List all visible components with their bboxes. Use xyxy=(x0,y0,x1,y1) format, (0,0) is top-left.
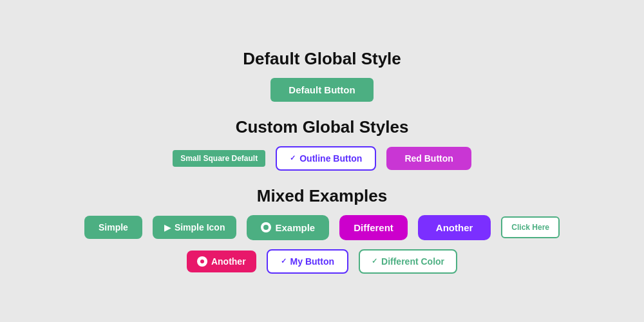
chevron-my-icon: ✓ xyxy=(281,257,287,265)
chevron-icon: ✓ xyxy=(290,154,296,162)
my-button[interactable]: ✓ My Button xyxy=(267,249,348,274)
circle-inner xyxy=(263,225,269,230)
mixed-row-2: Another ✓ My Button ✓ Different Color xyxy=(187,249,457,274)
chevron-diff-icon: ✓ xyxy=(372,257,377,265)
circle-icon xyxy=(261,222,271,232)
another-pink-button[interactable]: Another xyxy=(187,251,256,272)
simple-icon-label: Simple Icon xyxy=(175,222,225,232)
small-square-default-button[interactable]: Small Square Default xyxy=(173,150,265,167)
different-button[interactable]: Different xyxy=(339,215,408,240)
another-pink-label: Another xyxy=(211,256,246,267)
example-label: Example xyxy=(275,222,315,233)
outline-button-label: Outline Button xyxy=(299,153,362,164)
red-button[interactable]: Red Button xyxy=(386,147,471,170)
different-color-button[interactable]: ✓ Different Color xyxy=(359,249,457,274)
simple-icon-button[interactable]: ▶ Simple Icon xyxy=(153,216,237,239)
example-button[interactable]: Example xyxy=(247,215,329,240)
mixed-row-1: Simple ▶ Simple Icon Example Different A… xyxy=(84,215,560,240)
click-here-button[interactable]: Click Here xyxy=(501,216,560,238)
different-color-label: Different Color xyxy=(381,256,444,267)
circle-pink-inner xyxy=(199,258,205,265)
default-button[interactable]: Default Button xyxy=(270,78,373,102)
page-content: Default Global Style Default Button Cust… xyxy=(0,49,644,274)
custom-global-title: Custom Global Styles xyxy=(236,117,409,137)
simple-button[interactable]: Simple xyxy=(84,216,142,239)
outline-button[interactable]: ✓ Outline Button xyxy=(276,146,376,171)
another-button[interactable]: Another xyxy=(418,215,491,240)
custom-global-section: Custom Global Styles Small Square Defaul… xyxy=(173,117,471,171)
default-global-section: Default Global Style Default Button xyxy=(243,49,401,102)
custom-global-row: Small Square Default ✓ Outline Button Re… xyxy=(173,146,471,171)
circle-pink-icon xyxy=(197,256,207,267)
mixed-examples-section: Mixed Examples Simple ▶ Simple Icon Exam… xyxy=(84,186,560,274)
default-global-title: Default Global Style xyxy=(243,49,401,69)
default-global-row: Default Button xyxy=(270,78,373,102)
my-button-label: My Button xyxy=(290,256,334,267)
arrow-right-icon: ▶ xyxy=(164,223,171,232)
mixed-examples-title: Mixed Examples xyxy=(257,186,387,206)
